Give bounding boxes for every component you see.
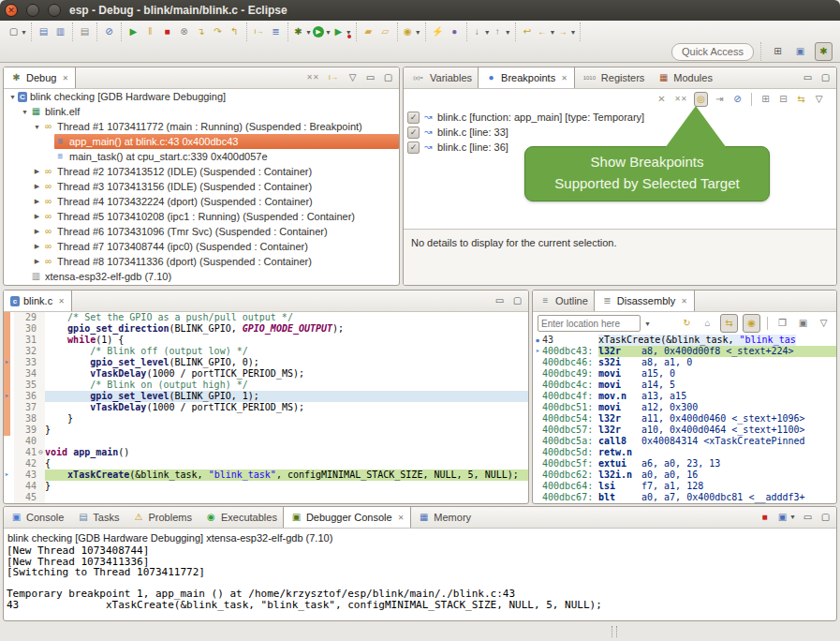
tab-modules[interactable]: ▦Modules xyxy=(651,67,719,88)
disassembly-row[interactable]: bnonea0, a1, 0x400dbc9b <__adddf3+ xyxy=(533,503,836,504)
code-text[interactable] xyxy=(45,436,528,447)
editor-line-44[interactable]: 44} xyxy=(4,481,528,492)
code-text[interactable]: } xyxy=(45,481,528,492)
tree-expander-icon[interactable]: ▼ xyxy=(20,109,30,115)
debug-tree-item[interactable]: ▶∞Thread #3 1073413156 (IDLE) (Suspended… xyxy=(4,179,399,194)
editor-line-31[interactable]: 31 while(1) { xyxy=(4,335,528,346)
maximize-button[interactable]: ▢ xyxy=(382,71,394,84)
resume-button[interactable]: ▶ xyxy=(125,23,141,40)
status-drag-handle[interactable] xyxy=(612,626,617,637)
breakpoint-item[interactable]: ✓↝blink.c [line: 33] xyxy=(404,125,836,140)
save-button[interactable]: ▤ xyxy=(36,23,52,40)
tree-expander-icon[interactable]: ▶ xyxy=(32,213,42,220)
display-selected-console-button[interactable]: ▣▼ xyxy=(776,511,796,524)
use-step-filters-button[interactable]: ≣ xyxy=(268,23,284,40)
code-text[interactable]: gpio_set_level(BLINK_GPIO, 0); xyxy=(45,357,528,368)
view-menu-button[interactable]: ▽ xyxy=(813,93,825,106)
close-icon[interactable]: ✕ xyxy=(681,297,687,306)
editor-marker-bar[interactable] xyxy=(4,402,14,413)
editor-marker-bar[interactable]: ➤ xyxy=(4,357,14,368)
remove-breakpoint-button[interactable]: ✕ xyxy=(656,93,668,106)
new-wizard-button[interactable]: ▢▼ xyxy=(7,23,27,40)
breakpoint-marker-icon[interactable]: ➤ xyxy=(5,391,8,402)
maximize-button[interactable]: ▢ xyxy=(511,294,523,307)
editor-marker-bar[interactable] xyxy=(4,312,14,323)
editor-marker-bar[interactable]: ➤ xyxy=(4,470,14,481)
tab-memory[interactable]: ▦Memory xyxy=(411,507,478,528)
maximize-button[interactable]: ▢ xyxy=(819,511,832,524)
debug-tree-item[interactable]: ≡main_task() at cpu_start.c:339 0x400d05… xyxy=(4,149,399,164)
dropdown-arrow-icon[interactable]: ▼ xyxy=(789,514,796,520)
save-all-button[interactable]: ▥ xyxy=(52,23,68,40)
debug-tree-item[interactable]: ▶∞Thread #7 1073408744 (ipc0) (Suspended… xyxy=(4,239,399,254)
dropdown-arrow-icon[interactable]: ▼ xyxy=(484,29,491,36)
show-breakpoints-supported-button[interactable]: ◎ xyxy=(694,92,708,107)
home-button[interactable]: ⌂ xyxy=(700,315,715,332)
remove-all-terminated-button[interactable]: ✕✕ xyxy=(305,71,320,84)
tab-console[interactable]: ▣Console xyxy=(4,507,70,528)
disassembly-row[interactable]: 400dbc54:l32ra11, 0x400d0460 <_stext+109… xyxy=(533,413,836,425)
disassembly-row[interactable]: 400dbc57:l32ra10, 0x400d0464 <_stext+110… xyxy=(533,425,836,436)
tab-executables[interactable]: ◉Executables xyxy=(199,507,284,528)
code-text[interactable]: } xyxy=(45,413,528,425)
search-button[interactable]: ◉▼ xyxy=(402,23,421,40)
editor-line-35[interactable]: 35 /* Blink on (output high) */ xyxy=(4,380,528,391)
forward-button[interactable]: →▼ xyxy=(557,23,577,40)
code-text[interactable]: } xyxy=(45,425,528,436)
debug-tree-item-selected[interactable]: ≡app_main() at blink.c:43 0x400dbc43 xyxy=(4,134,399,149)
debug-perspective-button[interactable]: ✱ xyxy=(815,42,833,61)
editor-line-38[interactable]: 38 } xyxy=(4,413,528,425)
tab-outline[interactable]: ≡Outline xyxy=(533,291,595,311)
editor-marker-bar[interactable] xyxy=(4,380,14,391)
breakpoint-item[interactable]: ✓↝blink.c [function: app_main] [type: Te… xyxy=(404,110,836,125)
tab-debug[interactable]: ✱Debug✕ xyxy=(3,67,76,88)
step-into-button[interactable]: ↴ xyxy=(193,23,209,40)
suspend-button[interactable]: ‖ xyxy=(142,23,158,40)
minimize-button[interactable]: ▭ xyxy=(802,71,814,84)
pin-view-button[interactable]: ▣ xyxy=(795,315,811,332)
debug-tree-item[interactable]: ▶∞Thread #4 1073432224 (dport) (Suspende… xyxy=(4,194,399,209)
minimize-button[interactable]: ▭ xyxy=(364,71,376,84)
breakpoint-checkbox[interactable]: ✓ xyxy=(407,127,420,139)
debug-tree-item[interactable]: ▶∞Thread #6 1073431096 (Tmr Svc) (Suspen… xyxy=(4,224,399,239)
last-edit-location-button[interactable]: ↩ xyxy=(520,23,536,40)
tab-disassembly[interactable]: ≣Disassembly✕ xyxy=(594,291,695,311)
debug-tree-item[interactable]: ▼▦blink.elf xyxy=(4,104,399,119)
previous-annotation-button[interactable]: ↑▼ xyxy=(492,23,511,40)
disassembly-row[interactable]: 400dbc49:movia15, 0 xyxy=(533,368,836,380)
code-text[interactable]: /* Set the GPIO as a push/pull output */ xyxy=(45,312,528,323)
disassembly-row[interactable]: 400dbc51:movia12, 0x300 xyxy=(533,402,836,413)
tab-breakpoints[interactable]: ●Breakpoints✕ xyxy=(478,67,575,88)
tree-expander-icon[interactable]: ▶ xyxy=(32,243,42,250)
editor-line-33[interactable]: ➤33 gpio_set_level(BLINK_GPIO, 0); xyxy=(4,357,528,368)
back-button[interactable]: ←▼ xyxy=(537,23,556,40)
code-text[interactable]: /* Blink on (output high) */ xyxy=(45,380,528,391)
disassembly-row[interactable]: 400dbc5f:extuia6, a0, 23, 13 xyxy=(533,458,836,470)
debug-tree-item[interactable]: ▼∞Thread #1 1073411772 (main : Running) … xyxy=(4,119,399,134)
debug-tree-item[interactable]: ▥xtensa-esp32-elf-gdb (7.10) xyxy=(4,269,399,284)
expand-all-button[interactable]: ⊞ xyxy=(759,93,772,106)
disassembly-row[interactable]: 400dbc62:l32i.na0, a0, 16 xyxy=(533,470,836,481)
dropdown-arrow-icon[interactable]: ▼ xyxy=(550,29,556,36)
step-over-button[interactable]: ↷ xyxy=(210,23,226,40)
close-icon[interactable]: ✕ xyxy=(561,74,567,82)
editor-line-40[interactable]: 40 xyxy=(4,436,528,447)
open-perspective-button[interactable]: ⊞ xyxy=(770,43,786,60)
link-with-active-debug-context-button[interactable]: ⇆ xyxy=(720,314,738,333)
dropdown-arrow-icon[interactable]: ▼ xyxy=(570,29,577,36)
terminate-button[interactable]: ■ xyxy=(159,23,175,40)
code-text[interactable]: vTaskDelay(1000 / portTICK_PERIOD_MS); xyxy=(45,368,528,380)
disassembly-row[interactable]: 400dbc64:lsif7, a1, 128 xyxy=(533,481,836,492)
goto-file-for-breakpoint-button[interactable]: ⇥ xyxy=(714,93,726,106)
code-text[interactable]: gpio_set_direction(BLINK_GPIO, GPIO_MODE… xyxy=(45,323,528,335)
disconnect-button[interactable]: ⊗ xyxy=(176,23,192,40)
debug-tree-item[interactable]: ▶∞Thread #5 1073410208 (ipc1 : Running) … xyxy=(4,209,399,224)
flash-tool-button[interactable]: ⚡ xyxy=(430,23,446,40)
location-dropdown-icon[interactable]: ▼ xyxy=(644,320,651,327)
tab-debugger-console[interactable]: ▣Debugger Console✕ xyxy=(283,507,411,528)
cpp-perspective-button[interactable]: ▣ xyxy=(792,43,808,60)
open-new-view-button[interactable]: ❐ xyxy=(774,315,790,332)
code-text[interactable]: { xyxy=(45,458,528,470)
print-button[interactable]: ▤ xyxy=(77,23,93,40)
disassembly-row[interactable]: 400dbc4f:mov.na13, a15 xyxy=(533,391,836,402)
